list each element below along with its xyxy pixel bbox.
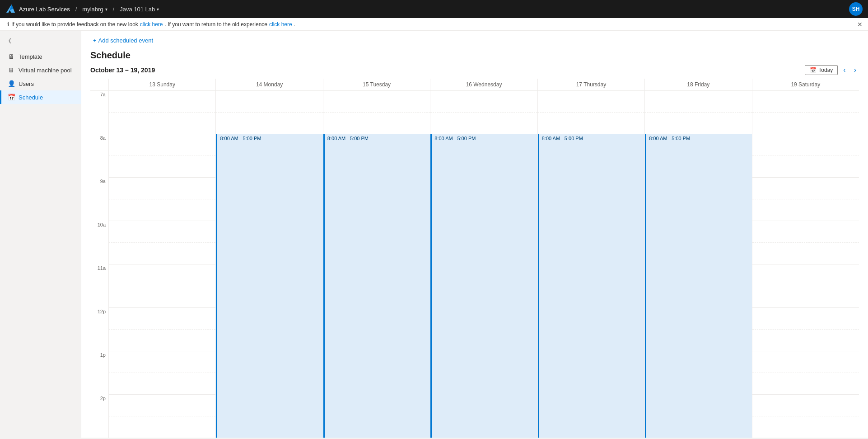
- feedback-text2: . If you want to return to the old exper…: [165, 21, 267, 28]
- breadcrumb-lab[interactable]: Java 101 Lab ▾: [120, 6, 159, 13]
- time-slot-cell: [538, 91, 644, 113]
- event-time-label: 8:00 AM - 5:00 PM: [649, 136, 690, 141]
- chevron-down-icon: ▾: [157, 7, 159, 12]
- azure-logo-icon: [5, 4, 16, 14]
- time-slot-cell: [538, 113, 644, 134]
- scheduled-event[interactable]: 8:00 AM - 5:00 PM↻: [216, 134, 322, 438]
- nav-controls: 📅 Today ‹ ›: [805, 65, 859, 75]
- close-icon[interactable]: ✕: [857, 21, 863, 28]
- day-column-thu: 8:00 AM - 5:00 PM↻: [537, 91, 644, 438]
- time-slot-cell: [323, 91, 430, 113]
- calendar-nav: October 13 – 19, 2019 📅 Today ‹ ›: [81, 65, 868, 79]
- time-slot-cell: [752, 178, 859, 199]
- time-column: 7a8a9a10a11a12p1p2p3p4p5p6a: [90, 91, 108, 438]
- time-label: [90, 286, 108, 308]
- time-slot-cell: [109, 221, 215, 243]
- time-slot-cell: [752, 156, 859, 178]
- time-label: 11a: [90, 264, 108, 286]
- sidebar-item-users[interactable]: 👤 Users: [0, 77, 81, 90]
- avatar[interactable]: SH: [849, 2, 863, 16]
- breadcrumb-mylabrg[interactable]: mylabrg ▾: [82, 6, 107, 13]
- time-label: 12p: [90, 308, 108, 330]
- time-label: 9a: [90, 178, 108, 199]
- app-name: Azure Lab Services: [19, 6, 70, 13]
- day-column-fri: 8:00 AM - 5:00 PM↻: [644, 91, 751, 438]
- time-slot-cell: [109, 134, 215, 156]
- sidebar: 《 🖥 Template 🖥 Virtual machine pool 👤 Us…: [0, 31, 81, 438]
- time-slot-cell: [109, 373, 215, 395]
- time-label: [90, 243, 108, 264]
- day-column-wed: 8:00 AM - 5:00 PM↻: [430, 91, 537, 438]
- time-slot-cell: [752, 243, 859, 264]
- time-slot-cell: [752, 264, 859, 286]
- chevron-down-icon: ▾: [105, 7, 107, 12]
- time-label: [90, 330, 108, 351]
- time-label: 1p: [90, 351, 108, 373]
- day-headers: 13 Sunday 14 Monday 15 Tuesday 16 Wednes…: [90, 79, 859, 91]
- next-week-button[interactable]: ›: [851, 65, 859, 75]
- day-column-sat: [752, 91, 859, 438]
- day-header-thu: 17 Thursday: [537, 79, 644, 90]
- time-slot-cell: [752, 134, 859, 156]
- vm-pool-icon: 🖥: [8, 66, 15, 74]
- time-slot-cell: [109, 113, 215, 134]
- prev-week-button[interactable]: ‹: [840, 65, 848, 75]
- day-header-sat: 19 Saturday: [752, 79, 859, 90]
- scheduled-event[interactable]: 8:00 AM - 5:00 PM↻: [323, 134, 430, 438]
- event-time-label: 8:00 AM - 5:00 PM: [220, 136, 261, 141]
- day-column-mon: 8:00 AM - 5:00 PM↻: [215, 91, 322, 438]
- time-slot-cell: [752, 373, 859, 395]
- add-scheduled-event-button[interactable]: + Add scheduled event: [90, 35, 156, 46]
- template-icon: 🖥: [8, 53, 15, 60]
- day-column-tue: 8:00 AM - 5:00 PM↻: [323, 91, 430, 438]
- sidebar-item-vm-pool[interactable]: 🖥 Virtual machine pool: [0, 63, 81, 77]
- sidebar-item-label: Schedule: [19, 94, 43, 101]
- scheduled-event[interactable]: 8:00 AM - 5:00 PM↻: [645, 134, 751, 438]
- feedback-text: If you would like to provide feedback on…: [11, 21, 138, 28]
- time-label: 10a: [90, 221, 108, 243]
- feedback-link2[interactable]: click here: [269, 21, 292, 28]
- sidebar-collapse-button[interactable]: 《: [0, 34, 81, 48]
- time-label: 8a: [90, 134, 108, 156]
- logo: Azure Lab Services: [5, 4, 70, 14]
- scheduled-event[interactable]: 8:00 AM - 5:00 PM↻: [430, 134, 537, 438]
- time-slot-cell: [109, 156, 215, 178]
- time-label: [90, 156, 108, 178]
- event-time-label: 8:00 AM - 5:00 PM: [434, 136, 476, 141]
- time-slot-cell: [752, 91, 859, 113]
- feedback-bar: ℹ If you would like to provide feedback …: [0, 18, 868, 31]
- time-label: [90, 416, 108, 438]
- scheduled-event[interactable]: 8:00 AM - 5:00 PM↻: [538, 134, 644, 438]
- calendar-grid: 13 Sunday 14 Monday 15 Tuesday 16 Wednes…: [90, 79, 859, 438]
- feedback-text3: .: [294, 21, 295, 28]
- time-label: [90, 373, 108, 395]
- time-slot-cell: [109, 416, 215, 438]
- time-slot-cell: [109, 199, 215, 221]
- sidebar-item-label: Virtual machine pool: [19, 67, 72, 74]
- calendar-container[interactable]: 13 Sunday 14 Monday 15 Tuesday 16 Wednes…: [81, 79, 868, 438]
- plus-icon: +: [93, 37, 97, 44]
- time-slot-cell: [109, 178, 215, 199]
- time-slot-cell: [752, 286, 859, 308]
- time-slot-cell: [109, 243, 215, 264]
- today-button[interactable]: 📅 Today: [805, 65, 838, 75]
- day-column-sun: [108, 91, 215, 438]
- sidebar-item-label: Users: [19, 80, 34, 87]
- page-title: Schedule: [81, 50, 868, 65]
- sidebar-item-label: Template: [19, 53, 42, 60]
- time-slot-cell: [109, 330, 215, 351]
- time-slots: 7a8a9a10a11a12p1p2p3p4p5p6a 8:00 AM - 5:…: [90, 91, 859, 438]
- breadcrumb-sep1: /: [75, 6, 77, 13]
- day-header-sun: 13 Sunday: [108, 79, 215, 90]
- time-label: [90, 199, 108, 221]
- day-header-mon: 14 Monday: [215, 79, 322, 90]
- sidebar-item-template[interactable]: 🖥 Template: [0, 50, 81, 63]
- breadcrumb-sep2: /: [113, 6, 115, 13]
- sidebar-item-schedule[interactable]: 📅 Schedule: [0, 90, 81, 104]
- collapse-icon: 《: [5, 37, 11, 45]
- time-slot-cell: [752, 308, 859, 330]
- schedule-icon: 📅: [8, 94, 15, 101]
- feedback-link1[interactable]: click here: [140, 21, 163, 28]
- time-slot-cell: [752, 395, 859, 416]
- topbar: Azure Lab Services / mylabrg ▾ / Java 10…: [0, 0, 868, 18]
